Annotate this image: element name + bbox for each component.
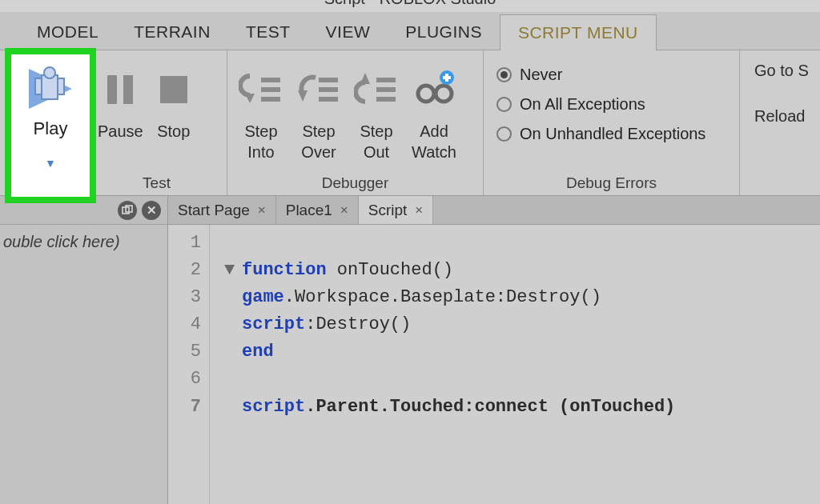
code-content[interactable]: ▼function onTouched()game.Workspace.Base…	[210, 225, 820, 504]
reload-button[interactable]: Reload	[754, 101, 809, 146]
code-editor[interactable]: 1234567 ▼function onTouched()game.Worksp…	[168, 225, 820, 504]
svg-rect-5	[107, 75, 117, 104]
step-into-button[interactable]: Step Into	[232, 55, 290, 166]
window-title-bar: Script - ROBLOX Studio	[0, 0, 820, 12]
step-out-icon	[354, 58, 399, 121]
doc-tab-script[interactable]: Script ×	[359, 196, 434, 224]
svg-marker-16	[360, 73, 370, 84]
ribbon-group-debugger: Step Into Step Over	[227, 50, 484, 195]
add-watch-icon	[412, 58, 456, 121]
tab-script-menu[interactable]: SCRIPT MENU	[500, 14, 657, 50]
side-panel: ✕ ouble click here)	[0, 196, 168, 504]
step-over-label: Step Over	[301, 121, 336, 162]
svg-rect-15	[319, 97, 338, 102]
svg-rect-4	[58, 78, 64, 94]
svg-rect-11	[261, 97, 280, 102]
close-icon[interactable]: ✕	[142, 201, 161, 220]
doc-tab-start-page[interactable]: Start Page ×	[168, 196, 276, 224]
radio-icon	[496, 97, 512, 112]
svg-rect-9	[261, 78, 280, 82]
svg-point-2	[44, 67, 55, 78]
tab-view[interactable]: VIEW	[308, 14, 388, 50]
svg-rect-24	[443, 76, 451, 79]
play-label: Play	[34, 118, 68, 139]
popout-icon[interactable]	[118, 201, 137, 220]
debug-errors-radio-list: Never On All Exceptions On Unhandled Exc…	[488, 55, 734, 149]
doc-tab-label: Place1	[286, 202, 332, 219]
tab-terrain[interactable]: TERRAIN	[116, 14, 228, 50]
svg-point-21	[436, 86, 452, 102]
close-icon[interactable]: ×	[340, 202, 348, 218]
ribbon-group-debug-errors-label: Debug Errors	[488, 173, 734, 192]
side-panel-hint[interactable]: ouble click here)	[0, 225, 167, 259]
svg-rect-7	[160, 76, 187, 103]
pause-label: Pause	[98, 121, 143, 142]
close-icon[interactable]: ×	[415, 202, 423, 218]
stop-button[interactable]: Stop	[150, 55, 198, 145]
menu-tab-bar: MODEL TERRAIN TEST VIEW PLUGINS SCRIPT M…	[0, 12, 820, 50]
svg-rect-19	[376, 97, 396, 102]
doc-tab-label: Start Page	[178, 202, 250, 219]
close-icon[interactable]: ×	[258, 202, 266, 218]
step-into-label: Step Into	[244, 121, 277, 162]
document-tab-bar: Start Page × Place1 × Script ×	[168, 196, 820, 225]
ribbon: Pause Stop Test	[0, 50, 820, 196]
stop-label: Stop	[157, 121, 190, 142]
step-into-icon	[239, 58, 283, 121]
svg-marker-8	[245, 94, 255, 103]
editor-area: ✕ ouble click here) Start Page × Place1 …	[0, 196, 820, 504]
play-dropdown-arrow-icon[interactable]: ▼	[45, 157, 56, 170]
play-icon	[24, 64, 77, 117]
ribbon-group-right: Go to S Reload	[740, 50, 812, 195]
svg-marker-12	[298, 90, 308, 102]
radio-never[interactable]: Never	[495, 60, 726, 90]
stop-icon	[156, 58, 191, 121]
svg-rect-17	[376, 78, 396, 82]
radio-all-exceptions[interactable]: On All Exceptions	[495, 90, 726, 119]
svg-point-20	[418, 86, 434, 102]
doc-tab-label: Script	[368, 202, 408, 219]
editor-main: Start Page × Place1 × Script × 1234567 ▼…	[168, 196, 820, 504]
doc-tab-place1[interactable]: Place1 ×	[276, 196, 359, 224]
step-out-button[interactable]: Step Out	[348, 55, 405, 166]
ribbon-group-debug-errors: Never On All Exceptions On Unhandled Exc…	[484, 50, 740, 195]
ribbon-group-debugger-label: Debugger	[232, 173, 478, 192]
radio-never-label: Never	[520, 66, 562, 84]
radio-all-exceptions-label: On All Exceptions	[520, 95, 645, 114]
line-number-gutter: 1234567	[168, 225, 210, 504]
window-title: Script - ROBLOX Studio	[324, 0, 496, 7]
pause-icon	[102, 58, 138, 121]
step-over-icon	[296, 58, 341, 121]
svg-rect-13	[319, 78, 338, 82]
add-watch-button[interactable]: Add Watch	[405, 55, 463, 166]
radio-unhandled-exceptions[interactable]: On Unhandled Exceptions	[495, 119, 726, 149]
ribbon-group-test-label: Test	[91, 173, 222, 192]
add-watch-label: Add Watch	[412, 121, 456, 162]
pause-button[interactable]: Pause	[91, 55, 150, 145]
step-over-button[interactable]: Step Over	[290, 55, 348, 166]
radio-unhandled-label: On Unhandled Exceptions	[520, 125, 705, 143]
radio-icon	[496, 67, 512, 82]
svg-rect-10	[261, 87, 280, 92]
goto-button[interactable]: Go to S	[754, 55, 809, 101]
svg-rect-14	[319, 87, 338, 92]
svg-rect-6	[123, 75, 133, 104]
svg-rect-18	[376, 87, 396, 92]
tab-plugins[interactable]: PLUGINS	[388, 14, 500, 50]
play-button-highlight[interactable]: Play ▼	[5, 48, 96, 203]
tab-model[interactable]: MODEL	[19, 14, 116, 50]
step-out-label: Step Out	[360, 121, 392, 162]
radio-icon	[496, 126, 512, 142]
tab-test[interactable]: TEST	[228, 14, 308, 50]
svg-rect-3	[35, 78, 42, 94]
